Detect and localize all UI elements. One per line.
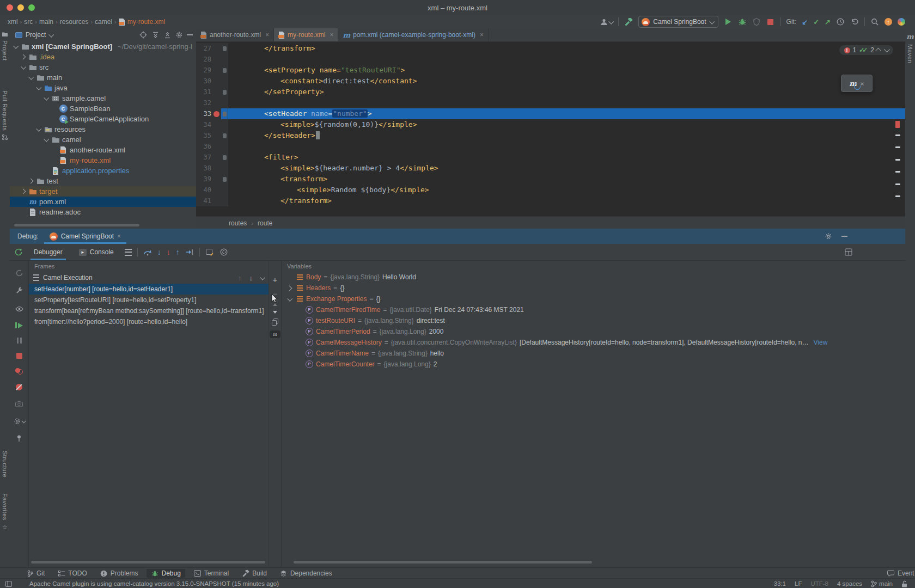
code-line-35[interactable]: 35</setHeader> (196, 130, 905, 141)
gutter[interactable] (211, 43, 221, 54)
error-stripe-mark[interactable] (895, 159, 900, 161)
gutter[interactable] (211, 97, 221, 108)
code-text[interactable] (228, 97, 905, 108)
code-text[interactable]: <setHeader name="number"> (228, 108, 905, 119)
gutter[interactable] (211, 195, 221, 206)
rollback-icon[interactable] (850, 17, 859, 26)
stop-icon[interactable] (16, 353, 22, 359)
toolwindow-button-problems[interactable]: Problems (96, 569, 143, 578)
step-into-icon[interactable]: ↓ (157, 248, 161, 256)
fold-marker-icon[interactable] (223, 90, 227, 95)
expand-arrow-icon[interactable] (287, 285, 292, 291)
maven-reload-button[interactable]: m × (841, 75, 873, 92)
fold-gutter[interactable] (221, 174, 228, 185)
fold-gutter[interactable] (221, 141, 228, 152)
code-text[interactable] (228, 54, 905, 65)
view-breakpoints-icon[interactable] (15, 368, 23, 375)
lock-icon[interactable] (901, 580, 907, 587)
force-step-into-icon[interactable]: ↓ (167, 248, 170, 256)
stop-button[interactable] (766, 17, 775, 26)
tree-item-src[interactable]: src (10, 62, 196, 72)
toolwindow-button-debug[interactable]: Debug (147, 569, 185, 578)
frame-down-icon[interactable]: ↓ (249, 274, 253, 281)
tab-debugger[interactable]: Debugger (28, 244, 68, 260)
tree-item-samplebean[interactable]: CSampleBean (10, 103, 196, 114)
inspections-widget[interactable]: ! 1 ✓✓ 2 (839, 45, 893, 55)
close-icon[interactable]: × (330, 31, 333, 39)
close-icon[interactable]: × (480, 31, 484, 39)
gutter[interactable] (211, 174, 221, 185)
indent-setting[interactable]: 4 spaces (837, 580, 862, 587)
variable-cameltimername[interactable]: PCamelTimerName={java.lang.String}hello (282, 348, 905, 359)
copy-icon[interactable] (272, 318, 278, 326)
fold-gutter[interactable] (221, 108, 228, 119)
mute-breakpoints-icon[interactable] (16, 384, 22, 390)
fold-gutter[interactable] (221, 152, 228, 163)
code-line-31[interactable]: 31</setProperty> (196, 87, 905, 97)
gutter[interactable] (211, 141, 221, 152)
history-icon[interactable] (836, 17, 845, 26)
frame-item[interactable]: transform[bean[ref:myBean method:saySome… (29, 305, 269, 316)
collapse-arrow-icon[interactable] (44, 95, 49, 101)
update-project-icon[interactable]: ↙ (802, 19, 808, 26)
evaluate-expression-icon[interactable] (205, 248, 214, 256)
fold-gutter[interactable] (221, 195, 228, 206)
crumb-routes[interactable]: routes (229, 219, 247, 227)
thread-selector[interactable]: Camel Execution ↑ ↓ (29, 272, 269, 284)
infinity-icon[interactable]: ∞ (270, 330, 280, 338)
code-text[interactable]: <simple>${header.number} > 4</simple> (228, 163, 905, 174)
tree-item-camel[interactable]: camel (10, 134, 196, 145)
variable-headers[interactable]: Headers={} (282, 283, 905, 293)
event-log-button[interactable]: Event Log (887, 569, 915, 577)
hide-panel-icon[interactable] (841, 236, 847, 237)
collapse-arrow-icon[interactable] (21, 64, 26, 70)
view-options-icon[interactable] (219, 248, 228, 256)
tree-item-application-properties[interactable]: application.properties (10, 166, 196, 176)
variable-exchange-properties[interactable]: Exchange Properties={} (282, 293, 905, 304)
breadcrumb-file[interactable]: my-route.xml (119, 18, 165, 26)
crumb-route[interactable]: route (258, 219, 272, 227)
error-stripe-mark[interactable] (895, 171, 900, 173)
tool-stripe-project[interactable]: Project (0, 32, 10, 64)
tab-another-route[interactable]: another-route.xml× (196, 28, 274, 41)
minimize-window-button[interactable] (17, 4, 24, 11)
tool-window-switcher-icon[interactable] (4, 579, 13, 588)
error-stripe-mark[interactable] (895, 195, 900, 197)
tree-item-java[interactable]: java (10, 83, 196, 93)
run-button[interactable] (724, 17, 733, 26)
add-watch-icon[interactable]: + (273, 275, 278, 284)
fold-gutter[interactable] (221, 76, 228, 87)
code-text[interactable]: <setProperty name="testRouteURI"> (228, 65, 905, 76)
settings-gear-icon[interactable] (175, 30, 184, 39)
breadcrumb-main[interactable]: main (39, 18, 53, 26)
status-message[interactable]: Apache Camel plugin is using camel-catal… (29, 580, 279, 587)
tab-my-route[interactable]: my-route.xml× (274, 28, 338, 41)
next-problem-icon[interactable] (884, 46, 890, 52)
code-line-41[interactable]: 41</transform> (196, 195, 905, 206)
search-icon[interactable] (870, 17, 879, 26)
gutter[interactable] (211, 185, 221, 195)
variable-cameltimerperiod[interactable]: PCamelTimerPeriod={java.lang.Long}2000 (282, 326, 905, 337)
debug-session-tab[interactable]: Camel SpringBoot × (44, 229, 126, 244)
build-hammer-icon[interactable] (624, 17, 633, 26)
fold-gutter[interactable] (221, 97, 228, 108)
breakpoint-gutter[interactable] (211, 108, 221, 119)
code-line-36[interactable]: 36 (196, 141, 905, 152)
horizontal-scrollbar[interactable] (31, 561, 265, 564)
code-line-32[interactable]: 32 (196, 97, 905, 108)
prev-problem-icon[interactable] (875, 48, 881, 54)
code-line-38[interactable]: 38<simple>${header.number} > 4</simple> (196, 163, 905, 174)
variable-cameltimerfiredtime[interactable]: PCamelTimerFiredTime={java.util.Date}Fri… (282, 304, 905, 315)
tab-pom[interactable]: m pom.xml (camel-example-spring-boot-xml… (338, 28, 489, 41)
error-stripe-mark[interactable] (895, 183, 900, 185)
collapse-arrow-icon[interactable] (36, 85, 41, 90)
gutter[interactable] (211, 130, 221, 141)
variable-testrouteuri[interactable]: PtestRouteURI={java.lang.String}direct:t… (282, 315, 905, 326)
tab-console[interactable]: ▸ Console (74, 244, 119, 260)
code-text[interactable] (228, 141, 905, 152)
settings-gear-icon[interactable] (14, 418, 25, 425)
user-icon[interactable] (600, 18, 613, 26)
settings-gear-icon[interactable] (824, 232, 833, 241)
commit-icon[interactable]: ✓ (813, 19, 819, 26)
fold-marker-icon[interactable] (223, 133, 227, 138)
